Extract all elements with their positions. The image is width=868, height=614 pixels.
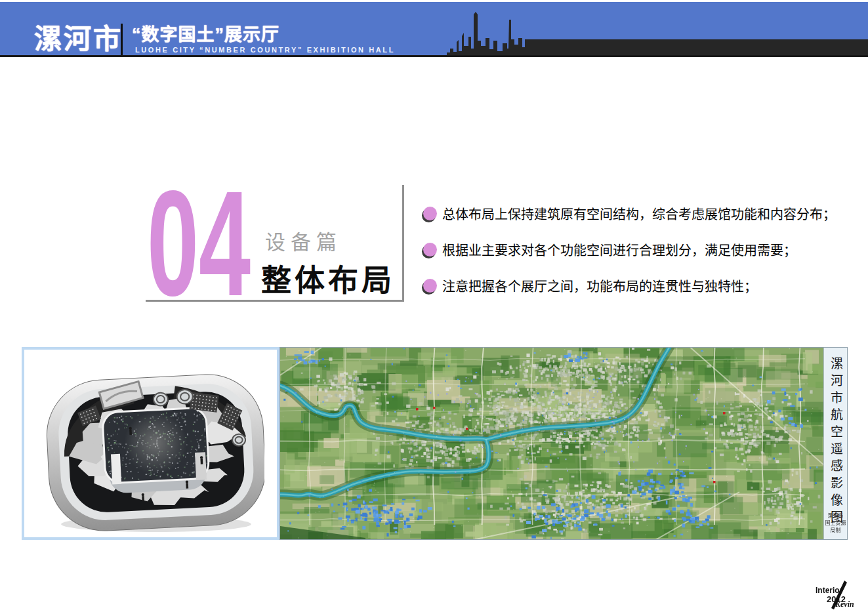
- satellite-map-image: [280, 348, 823, 539]
- exhibition-model-image: [35, 352, 264, 532]
- bullet-row: 总体布局上保持建筑原有空间结构，综合考虑展馆功能和内容分布；: [423, 203, 830, 223]
- bullet-text: 注意把握各个展厅之间，功能布局的连贯性与独特性；: [442, 276, 757, 295]
- bullet-dot-icon: [423, 279, 437, 293]
- bullet-text: 根据业主要求对各个功能空间进行合理划分，满足使用需要；: [442, 240, 796, 259]
- footer-signature: Kevin: [835, 600, 854, 609]
- header-divider: [121, 24, 123, 55]
- section-number: 04: [147, 188, 251, 299]
- map-title-credit: 漯河市 国土资源局制: [824, 512, 847, 534]
- map-credit-line2: 国土资源局制: [824, 520, 847, 534]
- section-number-figure: 04: [147, 188, 252, 299]
- bullet-row: 注意把握各个展厅之间，功能布局的连贯性与独特性；: [423, 276, 830, 295]
- exhibition-model-figure: [22, 347, 279, 540]
- header-subtitle: LUOHE CITY “NUMBER COUNTRY” EXHIBITION H…: [135, 46, 395, 54]
- section-subtitle: 设备篇: [265, 226, 342, 255]
- header-title: “数字国土”展示厅: [132, 25, 279, 45]
- bullet-row: 根据业主要求对各个功能空间进行合理划分，满足使用需要；: [423, 239, 830, 259]
- city-skyline-icon: [445, 0, 868, 55]
- bullet-dot-icon: [423, 243, 437, 256]
- aerial-map-figure: 漯河市航空遥感影像图 漯河市 国土资源局制: [279, 347, 848, 540]
- header-band: 漯河市 “数字国土”展示厅 LUOHE CITY “NUMBER COUNTRY…: [0, 2, 868, 57]
- map-title-strip: 漯河市航空遥感影像图 漯河市 国土资源局制: [823, 348, 847, 539]
- presentation-slide: 漯河市 “数字国土”展示厅 LUOHE CITY “NUMBER COUNTRY…: [0, 0, 868, 614]
- section-title: 整体布局: [261, 256, 395, 299]
- bullet-text: 总体布局上保持建筑原有空间结构，综合考虑展馆功能和内容分布；: [442, 204, 836, 223]
- bullet-dot-icon: [423, 207, 437, 220]
- map-title-vertical: 漯河市航空遥感影像图: [827, 357, 844, 527]
- header-city-name: 漯河市: [34, 26, 123, 53]
- map-credit-line1: 漯河市: [824, 512, 847, 520]
